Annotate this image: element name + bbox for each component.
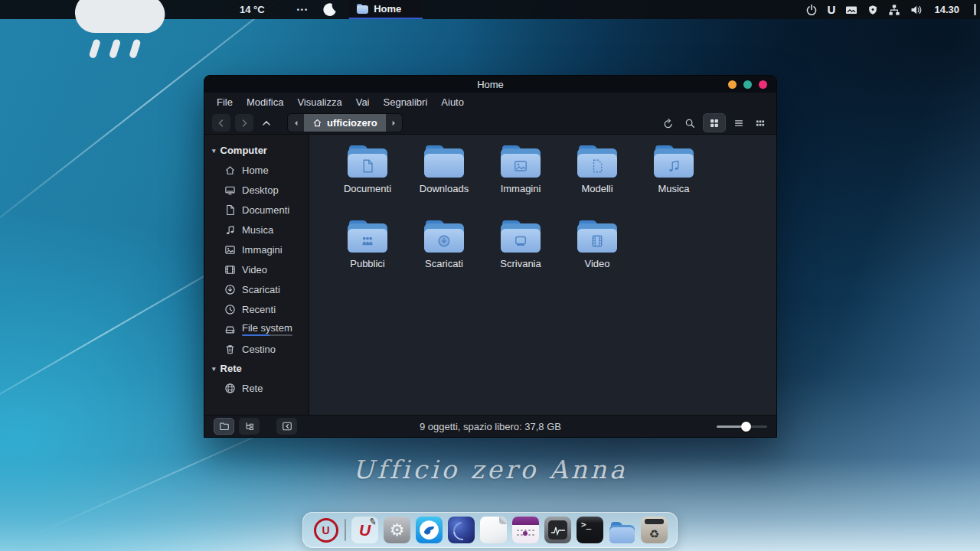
dock-item-terminal[interactable]: >_ [577,517,603,543]
power-icon[interactable] [805,4,818,16]
sidebar-rete-items: Rete [204,378,309,398]
pen-icon: ✎ [368,516,378,528]
folder-icon [577,145,617,178]
folder-label: Musica [658,183,689,194]
sidebar-item-icon [224,344,236,355]
minimize-button[interactable] [728,80,737,89]
hide-sidepane-button[interactable] [276,418,297,435]
path-scroll-left-button[interactable] [288,114,304,132]
zoom-slider-handle[interactable] [741,422,751,432]
menubar-item[interactable]: Aiuto [434,96,471,108]
dock-item-uz-writer[interactable]: U ✎ [351,517,378,543]
folder-icon [424,145,464,178]
menubar-item[interactable]: Visualizza [290,96,348,108]
sidebar-section-computer[interactable]: Computer [204,141,309,160]
folder-icon [501,220,541,253]
sidebar-item[interactable]: Rete [204,378,309,398]
sidebar-item-icon [224,304,236,315]
folder-item[interactable]: Pubblici [329,220,406,269]
maximize-button[interactable] [743,80,752,89]
sidebar-item[interactable]: Scaricati [204,279,309,299]
close-button[interactable] [759,80,767,89]
sidebar-item[interactable]: Recenti [204,299,309,319]
sidebar-item-icon [224,324,236,335]
folder-label: Scaricati [425,258,463,269]
folder-icon [348,220,387,253]
sidebar-item[interactable]: Home [204,160,309,180]
sidebar-item[interactable]: Cestino [204,339,309,359]
list-view-button[interactable] [730,114,747,132]
reload-button[interactable] [660,114,677,132]
search-button[interactable] [681,114,698,132]
night-mode-moon-icon[interactable] [322,2,337,17]
path-scroll-right-button[interactable] [386,114,402,132]
folder-label: Documenti [344,183,391,194]
menubar-item[interactable]: File [210,96,240,108]
dock-item-file-manager[interactable] [609,517,635,543]
back-button[interactable] [212,114,230,132]
window-titlebar[interactable]: Home [204,76,776,93]
folder-item[interactable]: Scrivania [482,220,559,269]
monitor-screen [548,520,567,540]
weather-applet[interactable]: 14 °C [6,0,265,67]
sidebar-item[interactable]: Immagini [204,240,309,259]
network-icon[interactable] [888,4,900,16]
sidebar-item-icon [224,264,236,276]
sidebar-item-icon [224,204,236,216]
path-segment-home[interactable]: ufficiozero [304,114,386,132]
show-desktop-button[interactable] [974,4,976,15]
sidebar-item[interactable]: Documenti [204,200,309,220]
folder-label: Scrivania [500,258,541,269]
compact-view-button[interactable] [752,114,769,132]
folder-item[interactable]: Documenti [329,145,406,194]
up-button[interactable] [258,114,275,132]
menubar-item[interactable]: Segnalibri [377,96,435,108]
window-title: Home [477,79,504,90]
folder-item[interactable]: Modelli [559,145,635,194]
wallpaper-switcher-icon[interactable] [845,4,858,16]
folder-grid: Documenti Downloads [309,135,776,415]
dock-item-trash[interactable]: ♻ [641,517,668,543]
ufficiozero-logo-icon[interactable]: U [828,3,836,16]
forward-button[interactable] [235,114,253,132]
clock[interactable]: 14.30 [934,4,959,15]
panel-menu-dots-button[interactable]: ••• [297,6,309,14]
dock-item-system-monitor[interactable] [544,517,571,543]
sidebar-item[interactable]: Desktop [204,180,309,200]
dock-item-settings[interactable]: ⚙ [384,517,410,543]
sidebar-computer-items: Home Desktop Documenti [204,160,309,359]
sidebar-item[interactable]: Video [204,259,309,279]
sidebar-item[interactable]: Musica [204,220,309,240]
dock-item-calendar[interactable] [512,517,539,543]
weather-temperature: 14 °C [240,4,265,15]
folder-glyph-icon [513,233,528,249]
folder-item[interactable]: Immagini [482,145,559,194]
sidebar-item[interactable]: File system [204,319,309,339]
top-panel: 14 °C ••• Home U 14.30 [0,0,980,19]
folder-icon [424,220,464,253]
dock-item-uz-menu[interactable]: U [312,517,339,543]
sidepane-tree-button[interactable] [239,418,260,435]
sidebar-item-icon [224,244,236,256]
ufficiozero-ring-logo-icon: U [314,518,338,543]
folder-item[interactable]: Scaricati [406,220,482,269]
folder-glyph-icon [436,158,452,174]
folder-item[interactable]: Musica [635,145,712,194]
taskbar-window-button-home[interactable]: Home [349,0,423,19]
dock-item-text-editor[interactable] [480,517,507,543]
menubar-item[interactable]: Modifica [240,96,290,108]
path-bar: ufficiozero [287,113,403,132]
volume-icon[interactable] [910,4,923,16]
desktop: Ufficio zero Anna 14 °C ••• Home U 14.30… [0,0,980,551]
zoom-slider[interactable] [717,422,767,432]
sidebar-section-rete[interactable]: Rete [204,359,309,378]
menubar-item[interactable]: Vai [349,96,377,108]
folder-glyph-icon [666,158,681,174]
sidepane-shortcuts-button[interactable] [214,418,234,435]
folder-item[interactable]: Downloads [406,145,482,194]
dock-item-mail[interactable] [448,517,475,543]
dock-item-browser[interactable] [416,517,443,543]
shield-icon[interactable] [867,5,878,15]
icon-view-button[interactable] [703,113,726,132]
folder-item[interactable]: Video [559,220,635,269]
